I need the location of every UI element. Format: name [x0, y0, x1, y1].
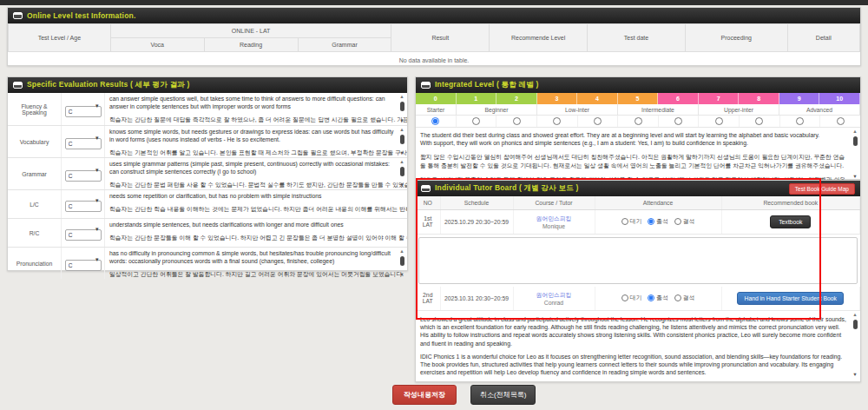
tutor-row-2: 2ndLAT 2025.10.31 20:30~20:59 원어민스피킹 Con…	[416, 287, 860, 311]
test-book-guide-map-button[interactable]: Test Book Guide Map	[789, 183, 855, 195]
col-result: Result	[391, 24, 490, 52]
scroll-thumb[interactable]	[400, 102, 404, 111]
tutor-comment-textarea-1[interactable]	[418, 237, 858, 284]
panel-header: Specific Evaluation Results ( 세부 평가 결과 )	[8, 77, 407, 93]
scrollbar[interactable]: ▲▼	[398, 95, 406, 123]
scroll-up-icon[interactable]: ▲	[852, 129, 857, 135]
band-beginner: Beginner	[457, 104, 537, 115]
scrollbar[interactable]: ▲▼	[851, 313, 859, 377]
col-course-tutor: Course / Tutor	[513, 196, 595, 209]
level-radio-3[interactable]	[553, 117, 561, 125]
attendance-option-waiting[interactable]: 대기	[621, 294, 642, 302]
tutor-name: Monique	[542, 223, 565, 229]
scroll-up-icon[interactable]: ▲	[399, 128, 404, 133]
scroll-thumb[interactable]	[853, 136, 858, 146]
eval-text-en: uses simple grammar patterns (simple pas…	[109, 161, 396, 176]
grade-select[interactable]: C	[65, 201, 102, 212]
attendance-option-present[interactable]: 출석	[648, 294, 668, 302]
scrollbar[interactable]: ▲▼	[851, 129, 859, 179]
tutor-feedback-textarea[interactable]: Leo showed a great attitude in class and…	[416, 311, 860, 379]
scroll-down-icon[interactable]: ▼	[399, 119, 404, 124]
grade-select[interactable]: C	[65, 106, 102, 117]
attendance-radio-absent[interactable]	[674, 294, 681, 301]
scroll-up-icon[interactable]: ▲	[399, 249, 404, 255]
attendance-radio-present[interactable]	[648, 294, 654, 301]
eval-textarea[interactable]: understands simple sentences, but needs …	[105, 219, 407, 247]
eval-text-en: can answer simple questions well, but ta…	[109, 96, 396, 111]
level-radio-9[interactable]	[796, 117, 804, 125]
eval-textarea[interactable]: needs some repetition or clarification, …	[105, 190, 407, 218]
course-link[interactable]: 원어민스피킹	[514, 215, 595, 223]
attendance-radio-present[interactable]	[648, 218, 654, 225]
scroll-up-icon[interactable]: ▲	[399, 160, 404, 165]
scroll-thumb[interactable]	[400, 135, 404, 144]
course-link[interactable]: 원어민스피킹	[514, 291, 595, 300]
level-cell-10: 10	[819, 93, 860, 104]
level-radio-4[interactable]	[594, 117, 602, 125]
col-proceeding: Proceeding	[685, 24, 787, 52]
grade-select[interactable]: C	[65, 229, 102, 241]
eval-row-fluency: Fluency & Speaking C can answer simple q…	[8, 93, 407, 126]
level-cell-7: 7	[699, 93, 740, 104]
level-radio-1[interactable]	[472, 117, 480, 125]
level-cell-9: 9	[779, 93, 820, 104]
scroll-thumb[interactable]	[400, 256, 404, 266]
grade-select[interactable]: C	[65, 138, 102, 149]
scrollbar[interactable]: ▲▼	[398, 160, 406, 188]
panel-title: Specific Evaluation Results ( 세부 평가 결과 )	[27, 80, 189, 90]
textbook-button[interactable]: Textbook	[770, 215, 811, 228]
level-radio-0[interactable]	[431, 117, 439, 125]
scroll-thumb[interactable]	[400, 167, 404, 176]
scroll-down-icon[interactable]: ▼	[852, 175, 857, 180]
scrollbar[interactable]: ▲▼	[398, 128, 406, 155]
cancel-button[interactable]: 취소(전체목록)	[470, 385, 536, 405]
eval-textarea[interactable]: can answer simple questions well, but ta…	[105, 93, 407, 125]
course-tutor-cell: 원어민스피킹 Monique	[513, 209, 595, 234]
row-label: R/C	[8, 219, 62, 247]
scroll-down-icon[interactable]: ▼	[399, 273, 404, 278]
band-advanced: Advanced	[779, 104, 860, 115]
scrollbar[interactable]: ▲▼	[398, 249, 406, 277]
save-button[interactable]: 작성내용저장	[392, 385, 457, 405]
scroll-up-icon[interactable]: ▲	[852, 313, 857, 318]
level-radio-5[interactable]	[635, 117, 642, 125]
row-label: Grammar	[8, 158, 62, 189]
eval-textarea[interactable]: knows some simple words, but needs gestu…	[105, 126, 407, 157]
level-radio-2[interactable]	[513, 117, 521, 125]
level-radio-8[interactable]	[755, 117, 763, 125]
col-reading: Reading	[204, 38, 298, 52]
eval-text-ko: 학습자는 간단한 학습 내용을 이해하는 것에는 문제가 없었습니다. 하지만 …	[109, 206, 396, 214]
attendance-option-absent[interactable]: 결석	[674, 217, 695, 226]
scroll-thumb[interactable]	[853, 320, 858, 329]
row-label: Fluency & Speaking	[8, 93, 62, 125]
scroll-up-icon[interactable]: ▲	[399, 95, 404, 100]
col-online-lat: ONLINE - LAT	[110, 24, 391, 38]
level-radio-10[interactable]	[837, 117, 845, 125]
level-radio-7[interactable]	[715, 117, 723, 125]
grade-select[interactable]: C	[65, 170, 102, 182]
comment-ko-1: 짧지 않은 수업시간동안 열심히 참여해주어 선생님께서도 대단히 칭찬해주셨습…	[420, 153, 849, 169]
attendance-radio-waiting[interactable]	[621, 294, 628, 301]
level-radio-6[interactable]	[674, 117, 682, 125]
eval-text-en: needs some repetition or clarification, …	[109, 193, 396, 201]
footer-actions: 작성내용저장 취소(전체목록)	[392, 385, 536, 405]
attendance-radio-waiting[interactable]	[621, 218, 628, 225]
hand-in-hand-book-button[interactable]: Hand in Hand Starter Student Book	[737, 292, 844, 305]
integrated-comment-textarea[interactable]: The student did their best during class …	[416, 128, 860, 181]
attendance-radio-absent[interactable]	[674, 218, 681, 225]
eval-text-en: has no difficulty in pronouncing common …	[109, 250, 396, 266]
attendance-option-absent[interactable]: 결석	[674, 294, 695, 302]
scroll-down-icon[interactable]: ▼	[399, 183, 404, 188]
scroll-down-icon[interactable]: ▼	[399, 151, 404, 156]
comment-en-line2: With support, they will work on phonics …	[420, 139, 849, 147]
eval-textarea[interactable]: uses simple grammar patterns (simple pas…	[105, 158, 407, 189]
attendance-option-waiting[interactable]: 대기	[621, 217, 642, 226]
specific-evaluation-panel: Specific Evaluation Results ( 세부 평가 결과 )…	[7, 76, 408, 271]
grade-select-wrap: C	[65, 255, 102, 271]
eval-textarea[interactable]: has no difficulty in pronouncing common …	[105, 248, 407, 279]
level-cell-8: 8	[739, 93, 779, 104]
attendance-option-present[interactable]: 출석	[648, 217, 668, 226]
grade-select[interactable]: C	[65, 260, 102, 271]
eval-text-ko: 학습자는 간단한 질문에 대답을 즉각적으로 잘 하였으나, 좀 더 어려운 질…	[109, 116, 396, 124]
scroll-down-icon[interactable]: ▼	[852, 373, 857, 378]
